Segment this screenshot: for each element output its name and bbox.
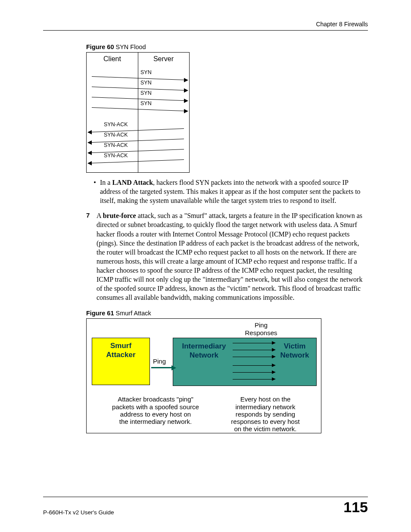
fig60-client-header: Client — [87, 55, 138, 63]
figure-61-caption: Figure 61 Smurf Attack — [86, 310, 368, 317]
fig60-synack-label: SYN-ACK — [104, 142, 128, 148]
fig60-syn-label: SYN — [140, 69, 152, 75]
land-attack-paragraph: In a LAND Attack, hackers flood SYN pack… — [100, 178, 368, 205]
fig60-divider — [138, 53, 138, 172]
bullet-marker: • — [90, 178, 100, 205]
figure-60-syn-flood: Client Server SYN SYN SYN — [86, 52, 190, 173]
fig61-response-arrow — [233, 343, 272, 343]
figure-61-number: Figure 61 — [86, 310, 114, 317]
chapter-header: Chapter 8 Firewalls — [43, 21, 368, 28]
figure-60-title: SYN Flood — [114, 44, 146, 50]
fig60-synack-label: SYN-ACK — [104, 152, 128, 159]
fig61-response-arrow — [233, 372, 272, 373]
fig60-server-header: Server — [138, 55, 189, 63]
fig61-response-arrow — [233, 365, 272, 366]
brute-force-paragraph: A brute-force attack, such as a "Smurf" … — [97, 211, 368, 302]
fig61-response-arrow — [233, 379, 272, 380]
figure-61-title: Smurf Attack — [114, 310, 151, 317]
footer-page-number: 115 — [343, 499, 368, 516]
figure-60-caption: Figure 60 SYN Flood — [86, 44, 368, 50]
fig60-syn-label: SYN — [140, 100, 152, 106]
fig60-synack-label: SYN-ACK — [104, 121, 128, 128]
fig61-response-arrow — [233, 357, 272, 357]
fig61-ping-responses-label: Ping Responses — [231, 321, 291, 336]
list-number-7: 7 — [86, 211, 97, 302]
fig61-explain-right: Every host on the intermediary network r… — [220, 395, 311, 432]
header-rule — [43, 30, 368, 31]
fig61-victim-label: Victim Network — [275, 342, 314, 360]
fig60-synack-label: SYN-ACK — [104, 132, 128, 138]
fig61-ping-label: Ping — [153, 358, 166, 365]
fig61-response-arrow — [233, 350, 272, 350]
page-footer: P-660H-Tx v2 User's Guide 115 — [43, 497, 368, 516]
footer-guide-title: P-660H-Tx v2 User's Guide — [43, 509, 114, 516]
fig61-intermediary-label: Intermediary Network — [177, 342, 231, 360]
fig60-syn-label: SYN — [140, 80, 152, 86]
figure-60-number: Figure 60 — [86, 44, 114, 50]
figure-61-smurf-attack: Ping Responses Smurf Attacker Intermedia… — [86, 318, 321, 433]
fig61-smurf-attacker-box: Smurf Attacker — [92, 338, 150, 385]
fig61-explain-left: Attacker broadcasts "ping" packets with … — [104, 395, 207, 425]
fig61-ping-arrow — [151, 367, 172, 368]
fig60-syn-label: SYN — [140, 90, 152, 96]
